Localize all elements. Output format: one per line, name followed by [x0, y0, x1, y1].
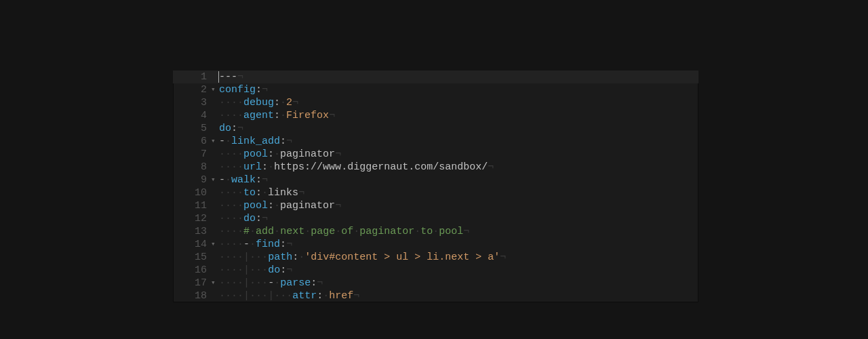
code-line[interactable]: 4····agent:·Firefox¬ [173, 109, 698, 122]
fold-toggle-icon [211, 290, 218, 302]
gutter-line-number[interactable]: 17 [173, 277, 211, 290]
fold-toggle-icon[interactable]: ▾ [211, 277, 218, 290]
code-content[interactable]: ····#·add·next·page·of·paginator·to·pool… [218, 225, 469, 238]
fold-toggle-icon[interactable]: ▾ [211, 83, 218, 96]
fold-toggle-icon[interactable]: ▾ [211, 135, 218, 148]
gutter-line-number[interactable]: 4 [173, 109, 211, 122]
gutter-line-number[interactable]: 13 [173, 225, 211, 238]
gutter-line-number[interactable]: 6 [173, 135, 211, 148]
code-line[interactable]: 18····|···|···attr:·href¬ [173, 290, 698, 302]
gutter-line-number[interactable]: 14 [173, 238, 211, 251]
fold-toggle-icon [211, 199, 218, 212]
code-content[interactable]: config:¬ [218, 83, 268, 96]
code-line[interactable]: 13····#·add·next·page·of·paginator·to·po… [173, 225, 698, 238]
code-content[interactable]: ····|···-·parse:¬ [218, 277, 323, 290]
gutter-line-number[interactable]: 8 [173, 161, 211, 174]
gutter-line-number[interactable]: 2 [173, 83, 211, 96]
code-content[interactable]: ····to:·links¬ [218, 186, 304, 199]
code-content[interactable]: -·walk:¬ [218, 174, 268, 186]
code-line[interactable]: 16····|···do:¬ [173, 264, 698, 277]
code-line[interactable]: 12····do:¬ [173, 212, 698, 225]
gutter-line-number[interactable]: 11 [173, 199, 211, 212]
code-content[interactable]: ····url:·https://www.diggernaut.com/sand… [218, 161, 494, 174]
code-line[interactable]: 10····to:·links¬ [173, 186, 698, 199]
fold-toggle-icon [211, 251, 218, 264]
code-line[interactable]: 5do:¬ [173, 122, 698, 135]
code-content[interactable]: ····pool:·paginator¬ [218, 199, 341, 212]
code-line[interactable]: 14▾····-·find:¬ [173, 238, 698, 251]
code-editor[interactable]: 1---¬2▾config:¬3····debug:·2¬4····agent:… [173, 71, 698, 302]
code-line[interactable]: 15····|···path:·'div#content > ul > li.n… [173, 251, 698, 264]
fold-toggle-icon [211, 212, 218, 225]
page: 1---¬2▾config:¬3····debug:·2¬4····agent:… [0, 0, 868, 339]
code-content[interactable]: ····pool:·paginator¬ [218, 148, 341, 161]
gutter-line-number[interactable]: 15 [173, 251, 211, 264]
code-line[interactable]: 3····debug:·2¬ [173, 96, 698, 109]
code-line[interactable]: 17▾····|···-·parse:¬ [173, 277, 698, 290]
gutter-line-number[interactable]: 5 [173, 122, 211, 135]
gutter-line-number[interactable]: 1 [173, 71, 211, 83]
fold-toggle-icon [211, 161, 218, 174]
fold-toggle-icon[interactable]: ▾ [211, 174, 218, 186]
fold-toggle-icon[interactable]: ▾ [211, 238, 218, 251]
gutter-line-number[interactable]: 16 [173, 264, 211, 277]
gutter-line-number[interactable]: 9 [173, 174, 211, 186]
code-content[interactable]: ····debug:·2¬ [218, 96, 298, 109]
code-content[interactable]: ---¬ [218, 71, 243, 83]
code-content[interactable]: ····|···do:¬ [218, 264, 292, 277]
fold-toggle-icon [211, 148, 218, 161]
fold-toggle-icon [211, 186, 218, 199]
gutter-line-number[interactable]: 12 [173, 212, 211, 225]
fold-toggle-icon [211, 96, 218, 109]
fold-toggle-icon [211, 122, 218, 135]
gutter-line-number[interactable]: 3 [173, 96, 211, 109]
code-content[interactable]: ····do:¬ [218, 212, 268, 225]
code-content[interactable]: ····|···|···attr:·href¬ [218, 290, 359, 302]
code-content[interactable]: -·link_add:¬ [218, 135, 292, 148]
code-line[interactable]: 9▾-·walk:¬ [173, 174, 698, 186]
gutter-line-number[interactable]: 18 [173, 290, 211, 302]
fold-toggle-icon [211, 109, 218, 122]
fold-toggle-icon [211, 225, 218, 238]
gutter-line-number[interactable]: 10 [173, 186, 211, 199]
fold-toggle-icon [211, 71, 218, 83]
code-content[interactable]: ····-·find:¬ [218, 238, 292, 251]
code-content[interactable]: ····|···path:·'div#content > ul > li.nex… [218, 251, 506, 264]
code-line[interactable]: 8····url:·https://www.diggernaut.com/san… [173, 161, 698, 174]
code-line[interactable]: 11····pool:·paginator¬ [173, 199, 698, 212]
code-line[interactable]: 7····pool:·paginator¬ [173, 148, 698, 161]
code-line[interactable]: 6▾-·link_add:¬ [173, 135, 698, 148]
fold-toggle-icon [211, 264, 218, 277]
code-content[interactable]: do:¬ [218, 122, 243, 135]
code-content[interactable]: ····agent:·Firefox¬ [218, 109, 335, 122]
code-line[interactable]: 1---¬ [173, 71, 698, 83]
gutter-line-number[interactable]: 7 [173, 148, 211, 161]
code-line[interactable]: 2▾config:¬ [173, 83, 698, 96]
